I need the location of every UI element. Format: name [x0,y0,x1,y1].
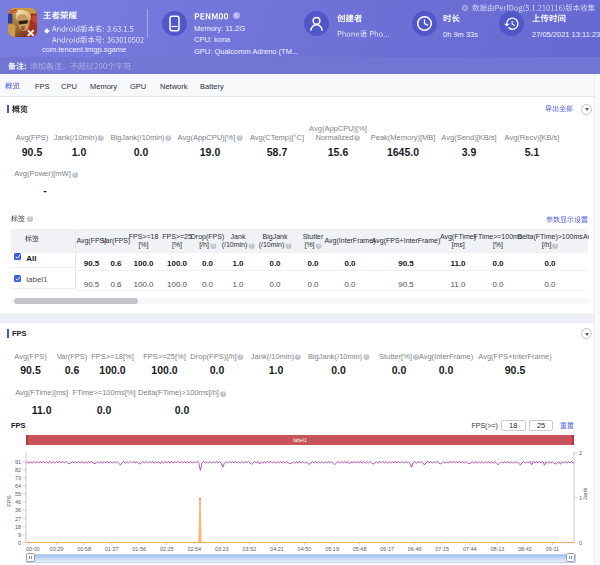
svg-text:91: 91 [15,459,21,465]
svg-text:0: 0 [579,540,582,546]
svg-text:00:00: 00:00 [26,546,40,552]
svg-text:9: 9 [18,532,21,538]
svg-text:08:13: 08:13 [491,546,505,552]
svg-text:06:46: 06:46 [408,546,422,552]
svg-text:08:42: 08:42 [518,546,532,552]
svg-text:64: 64 [15,483,21,489]
svg-text:36: 36 [15,507,21,513]
svg-text:18: 18 [15,524,21,530]
svg-text:27: 27 [15,516,21,522]
svg-text:07:15: 07:15 [435,546,449,552]
svg-text:03:23: 03:23 [215,546,229,552]
svg-text:73: 73 [15,475,21,481]
svg-text:01:56: 01:56 [132,546,146,552]
svg-text:82: 82 [15,467,21,473]
svg-text:46: 46 [15,499,21,505]
svg-text:02:25: 02:25 [160,546,174,552]
svg-text:02:54: 02:54 [187,546,201,552]
svg-text:04:21: 04:21 [270,546,284,552]
svg-text:05:19: 05:19 [325,546,339,552]
svg-text:03:52: 03:52 [243,546,257,552]
svg-text:05:48: 05:48 [353,546,367,552]
svg-text:5v5: 5v5 [9,8,18,14]
svg-text:Jank: Jank [582,487,588,501]
svg-text:04:50: 04:50 [298,546,312,552]
svg-text:07:44: 07:44 [463,546,477,552]
svg-text:0: 0 [18,540,21,546]
svg-text:06:17: 06:17 [380,546,394,552]
svg-text:00:58: 00:58 [77,546,91,552]
svg-text:FPS: FPS [6,495,12,507]
svg-text:2: 2 [579,450,582,456]
svg-text:55: 55 [15,491,21,497]
svg-text:09:11: 09:11 [546,546,559,552]
svg-text:00:29: 00:29 [50,546,64,552]
svg-text:01:27: 01:27 [105,546,119,552]
